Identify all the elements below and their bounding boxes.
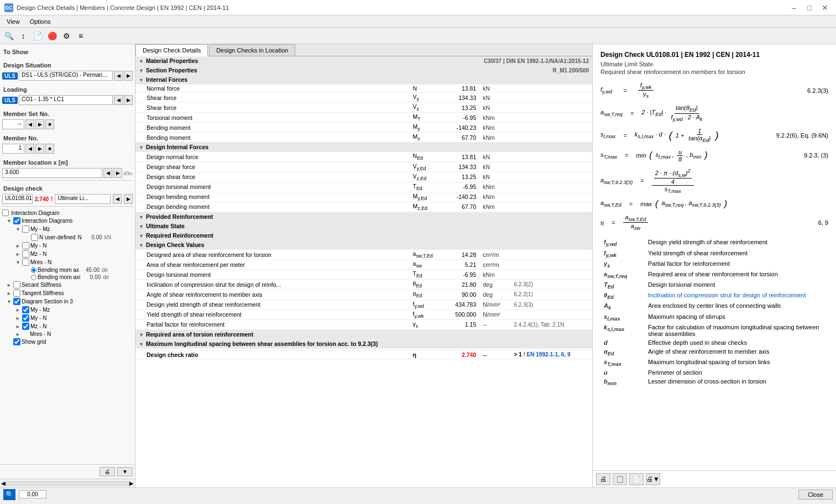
toolbar-btn-2[interactable]: ↕ bbox=[17, 29, 30, 43]
formula-eta: η = asw,T,Ed asw 6, 9 bbox=[600, 214, 828, 231]
design-situation-row: ULS DS1 - ULS (STR/GEO) - Permane... ◀ ▶ bbox=[2, 71, 133, 81]
left-scroll-left[interactable]: ◀ bbox=[1, 480, 6, 486]
bending-radio: Bending mom ax 45.00 de bbox=[24, 266, 133, 274]
dforce-bending-z: Design bending moment Mz,Ed 67.70 kNm bbox=[135, 202, 592, 212]
interaction-diagrams-row: ▼ Interaction Diagrams bbox=[7, 217, 133, 225]
legend-st-max: sT,max Maximum longitudinal spacing of t… bbox=[600, 358, 828, 368]
mn-action-btn[interactable]: ■ bbox=[45, 144, 54, 154]
check-ratio-val: 2.740 bbox=[35, 196, 49, 202]
location-input[interactable]: 3.600 bbox=[2, 168, 102, 178]
right-panel: Design Check UL0108.01 | EN 1992 | CEN |… bbox=[593, 44, 836, 487]
co1-combo[interactable]: CO1 - 1.35 * LC1 bbox=[19, 95, 113, 105]
formula-asw-t-ed: asw,T,Ed = max ( asw,T,req , asw,T,9.2.3… bbox=[600, 200, 828, 208]
diagram-section-row: ▼ Diagram Section in 3 bbox=[7, 297, 133, 306]
interaction-section: Interaction Diagram ▼ Interaction Diagra… bbox=[2, 209, 133, 346]
check-type-combo[interactable]: Ultimate Li... bbox=[55, 194, 111, 204]
center-panel: Design Check Details Design Checks in Lo… bbox=[135, 44, 593, 487]
legend-u: u Perimeter of section bbox=[600, 368, 828, 377]
close-button[interactable]: Close bbox=[798, 490, 833, 500]
member-no-row: 1 ◀ ▶ ■ bbox=[2, 144, 133, 154]
tab-design-checks-location[interactable]: Design Checks in Location bbox=[209, 44, 295, 56]
toolbar-btn-5[interactable]: ⚙ bbox=[60, 29, 73, 43]
cv-theta: Inclination of compression strut for des… bbox=[135, 280, 592, 290]
legend-d: d Effective depth used in shear checks bbox=[600, 338, 828, 347]
minimize-button[interactable]: – bbox=[787, 2, 801, 13]
ultimate-state-section: ▼Ultimate State bbox=[135, 222, 592, 231]
menu-options[interactable]: Options bbox=[25, 17, 55, 26]
legend-fywk: fy,wk Yield strength of shear reinforcem… bbox=[600, 249, 828, 259]
close-window-button[interactable]: ✕ bbox=[818, 2, 832, 13]
maximize-button[interactable]: □ bbox=[803, 2, 816, 13]
menu-bar: View Options bbox=[0, 15, 836, 28]
coord-display: 0.00 bbox=[19, 490, 46, 498]
ds1-combo[interactable]: DS1 - ULS (STR/GEO) - Permane... bbox=[19, 71, 113, 81]
properties-table: ▼Material Properties C30/37 | DIN EN 199… bbox=[135, 56, 592, 359]
left-scroll-right[interactable]: ▶ bbox=[129, 480, 134, 486]
formula-icon-btn-3[interactable]: 📄 bbox=[629, 473, 644, 485]
menu-view[interactable]: View bbox=[2, 17, 24, 26]
loading-row: ULS CO1 - 1.35 * LC1 ◀ ▶ bbox=[2, 95, 133, 105]
check-num-input[interactable]: UL0108.01 bbox=[2, 194, 33, 204]
my-n-row: ► My - N bbox=[15, 242, 133, 250]
tab-design-check-details[interactable]: Design Check Details bbox=[135, 44, 208, 56]
formula-icon-btn-4[interactable]: 🖨▼ bbox=[646, 473, 660, 485]
legend-sl-max: sl,max Maximum spacing of stirrups bbox=[600, 312, 828, 323]
legend-gamma-s: γs Partial factor for reinforcement bbox=[600, 259, 828, 270]
design-check-row: UL0108.01 2.740 ! Ultimate Li... ◀ ▶ bbox=[2, 194, 133, 204]
stress-plane-radio: Bending mom axi 0.00 de bbox=[24, 274, 133, 281]
formula-icon-btn-2[interactable]: 📋 bbox=[613, 473, 627, 485]
mn-next-btn[interactable]: ▶ bbox=[35, 144, 44, 154]
toolbar-btn-4[interactable]: 🔴 bbox=[45, 29, 59, 43]
cv-alpha: Angle of shear reinforcement to member a… bbox=[135, 290, 592, 300]
ds-prev-btn[interactable]: ◀ bbox=[114, 71, 123, 81]
status-bar: 🔍 0.00 Close bbox=[0, 487, 836, 501]
ms-action-btn[interactable]: ■ bbox=[45, 119, 54, 129]
loc-suffix: x/x₀ bbox=[123, 170, 133, 176]
design-internal-forces-section: ▼Design Internal Forces bbox=[135, 143, 592, 152]
legend-ak: Ak Area enclosed by center lines of conn… bbox=[600, 301, 828, 312]
co-next-btn[interactable]: ▶ bbox=[124, 95, 133, 105]
formula-icon-btn-1[interactable]: 🖨 bbox=[596, 473, 610, 485]
center-content: ▼Material Properties C30/37 | DIN EN 199… bbox=[135, 56, 592, 487]
expand-diagrams[interactable]: ▼ bbox=[7, 218, 12, 224]
design-situation-label: Design Situation bbox=[2, 60, 133, 70]
toolbar-btn-1[interactable]: 🔍 bbox=[2, 29, 15, 43]
dforce-torsion: Design torsional moment TEd -6.95 kNm bbox=[135, 182, 592, 192]
mres-n-row: ▼ Mres - N bbox=[15, 258, 133, 266]
member-loc-row: 3.600 ◀ ▶ x/x₀ bbox=[2, 168, 133, 178]
design-check-values-section: ▼Design Check Values bbox=[135, 240, 592, 250]
member-no-input[interactable]: 1 bbox=[2, 144, 24, 154]
interaction-diagram-check[interactable]: Interaction Diagram bbox=[2, 209, 133, 217]
left-scrollbar[interactable] bbox=[6, 481, 129, 486]
member-set-input[interactable]: -- bbox=[2, 119, 24, 129]
co-prev-btn[interactable]: ◀ bbox=[114, 95, 123, 105]
dforce-bending-y: Design bending moment My,Ed -140.23 kNm bbox=[135, 192, 592, 202]
ms-next-btn[interactable]: ▶ bbox=[35, 119, 44, 129]
print-options-btn[interactable]: ▼ bbox=[117, 467, 133, 476]
loc-next-btn[interactable]: ▶ bbox=[113, 168, 122, 178]
right-panel-title: Design Check UL0108.01 | EN 1992 | CEN |… bbox=[600, 51, 828, 59]
right-panel-content: Design Check UL0108.01 | EN 1992 | CEN |… bbox=[593, 44, 836, 470]
status-search-btn[interactable]: 🔍 bbox=[3, 489, 15, 500]
secant-stiffness-row: ► Secant Stiffness bbox=[7, 281, 133, 289]
toolbar-btn-6[interactable]: ≡ bbox=[74, 29, 87, 43]
required-torsion-section: ▼Required area of torsion reinforcement bbox=[135, 329, 592, 339]
mn-prev-btn[interactable]: ◀ bbox=[25, 144, 34, 154]
ms-prev-btn[interactable]: ◀ bbox=[25, 119, 34, 129]
legend-kslmax: ks,l,max Factor for calculation of maxim… bbox=[600, 323, 828, 338]
ds-mz-n: ► Mz - N bbox=[15, 322, 133, 330]
chk-next-btn[interactable]: ▶ bbox=[124, 194, 133, 204]
app-icon: DC bbox=[4, 3, 13, 12]
formula-st-max: sT,max = min ( sl,max , u 8 , bmin ) 9.2… bbox=[600, 149, 828, 162]
ds-my-n: ► My - N bbox=[15, 314, 133, 322]
title-bar-text: Design Check Details | Members | Concret… bbox=[17, 4, 229, 11]
ds-next-btn[interactable]: ▶ bbox=[124, 71, 133, 81]
chk-prev-btn[interactable]: ◀ bbox=[113, 194, 122, 204]
design-check-label: Design check bbox=[2, 183, 133, 193]
loc-prev-btn[interactable]: ◀ bbox=[103, 168, 112, 178]
check-flag: ! bbox=[51, 196, 53, 202]
force-row-normal: Normal force N 13.81 kN bbox=[135, 85, 592, 93]
toolbar-btn-3[interactable]: 📄 bbox=[31, 29, 44, 43]
print-button[interactable]: 🖨 bbox=[100, 467, 115, 476]
dforce-shear-y: Design shear force Vy,Ed 134.33 kN bbox=[135, 162, 592, 172]
